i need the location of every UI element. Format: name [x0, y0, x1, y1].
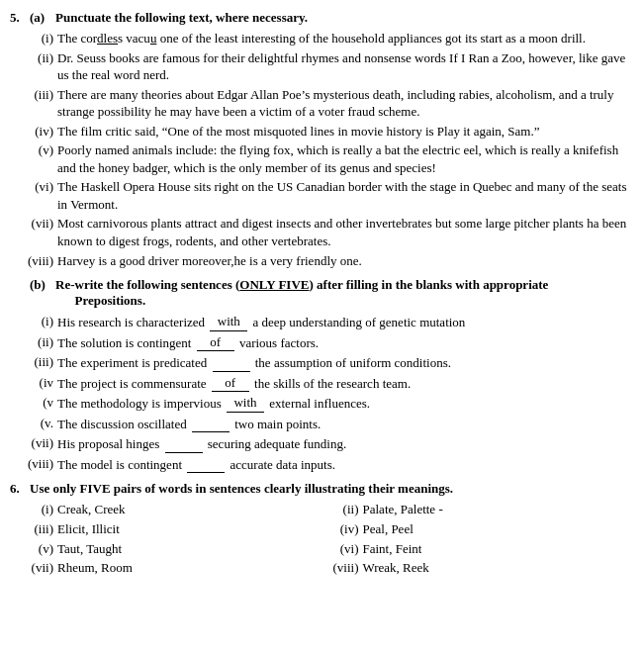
item-num-i: (i)	[20, 30, 53, 47]
item-5b-text-viii: The model is contingent accurate data in…	[57, 455, 630, 474]
item-6-v: (v) Taut, Taught	[20, 540, 325, 558]
blank-5b-v2[interactable]	[192, 415, 230, 433]
section-6: 6. Use only FIVE pairs of words in sente…	[10, 481, 630, 578]
item-5b-v2: (v. The discussion oscillated two main p…	[20, 415, 630, 433]
section-5a-heading: Punctuate the following text, where nece…	[55, 10, 308, 26]
section-a-label: (a)	[30, 10, 49, 26]
item-6-iii: (iii) Elicit, Illicit	[20, 520, 325, 538]
section-5b-heading: Re-write the following sentences (ONLY F…	[55, 277, 548, 309]
item-5a-iv: (iv) The film critic said, “One of the m…	[20, 123, 630, 140]
item-5a-v: (v) Poorly named animals include: the fl…	[20, 141, 630, 176]
item-6-num-ii: (ii)	[325, 501, 359, 518]
item-6-vii: (vii) Rheum, Room	[20, 559, 325, 577]
item-6-text-v: Taut, Taught	[57, 540, 325, 558]
item-6-text-vii: Rheum, Room	[57, 559, 325, 577]
item-5a-iii: (iii) There are many theories about Edga…	[20, 86, 630, 121]
item-6-num-iii: (iii)	[20, 520, 53, 538]
item-text-i: The cordless vacuu one of the least inte…	[57, 30, 630, 47]
item-5b-num-viii: (viii)	[20, 455, 53, 474]
blank-5b-viii[interactable]	[187, 455, 225, 474]
item-6-num-v: (v)	[20, 540, 53, 558]
blank-5b-i[interactable]: with	[210, 313, 247, 331]
section-6-num: 6.	[10, 481, 24, 497]
item-5a-viii: (viii) Harvey is a good driver moreover,…	[20, 252, 630, 270]
item-5b-text-ii: The solution is contingent of various fa…	[57, 333, 630, 352]
item-num-ii: (ii)	[20, 49, 53, 84]
item-text-vi: The Haskell Opera House sits right on th…	[57, 178, 630, 213]
item-num-iii: (iii)	[20, 86, 53, 121]
item-text-v: Poorly named animals include: the flying…	[57, 141, 630, 176]
item-5b-text-i: His research is characterized with a dee…	[57, 313, 630, 331]
item-5b-iii: (iii) The experiment is predicated the a…	[20, 353, 630, 372]
item-6-num-i: (i)	[20, 501, 53, 518]
item-5b-num-iii: (iii)	[20, 353, 53, 372]
exam-page: 5. (a) Punctuate the following text, whe…	[10, 10, 630, 579]
item-6-i: (i) Creak, Creek	[20, 501, 325, 518]
item-5b-num-v2: (v.	[20, 415, 53, 433]
item-5a-ii: (ii) Dr. Seuss books are famous for thei…	[20, 49, 630, 84]
item-5b-viii: (viii) The model is contingent accurate …	[20, 455, 630, 474]
item-text-ii: Dr. Seuss books are famous for their del…	[57, 49, 630, 84]
item-num-iv: (iv)	[20, 123, 53, 140]
section-6-columns: (i) Creak, Creek (iii) Elicit, Illicit (…	[20, 501, 630, 578]
section-5-num: 5.	[10, 10, 24, 26]
blank-5b-iii[interactable]	[213, 353, 250, 372]
item-text-viii: Harvey is a good driver moreover,he is a…	[57, 252, 630, 270]
item-5b-num-vii: (vii)	[20, 434, 53, 453]
section-5a: 5. (a) Punctuate the following text, whe…	[10, 10, 630, 269]
item-text-iii: There are many theories about Edgar Alla…	[57, 86, 630, 121]
item-6-text-i: Creak, Creek	[57, 501, 325, 518]
item-5b-num-ii: (ii)	[20, 333, 53, 352]
item-num-vi: (vi)	[20, 178, 53, 213]
item-5b-i: (i) His research is characterized with a…	[20, 313, 630, 331]
item-5b-num-v: (v	[20, 394, 53, 413]
section-5b-num	[10, 277, 24, 309]
section-5a-items: (i) The cordless vacuu one of the least …	[20, 30, 630, 269]
item-num-vii: (vii)	[20, 215, 53, 249]
item-5b-text-v: The methodology is impervious with exter…	[57, 394, 630, 413]
blank-5b-vii[interactable]	[165, 434, 203, 453]
item-6-vi: (vi) Faint, Feint	[325, 540, 631, 558]
blank-5b-ii[interactable]: of	[197, 333, 234, 352]
item-6-num-viii: (viii)	[325, 559, 359, 577]
item-6-num-vii: (vii)	[20, 559, 53, 577]
item-6-text-iii: Elicit, Illicit	[57, 520, 325, 538]
section-6-col-right: (ii) Palate, Palette - (iv) Peal, Peel (…	[325, 501, 631, 578]
section-5b-header: (b) Re-write the following sentences (ON…	[10, 277, 630, 309]
item-6-text-ii: Palate, Palette -	[363, 501, 631, 518]
item-num-v: (v)	[20, 141, 53, 176]
section-5a-header: 5. (a) Punctuate the following text, whe…	[10, 10, 630, 26]
item-5b-num-i: (i)	[20, 313, 53, 331]
item-6-text-iv: Peal, Peel	[363, 520, 631, 538]
item-6-iv: (iv) Peal, Peel	[325, 520, 631, 538]
item-5b-v: (v The methodology is impervious with ex…	[20, 394, 630, 413]
item-text-vii: Most carnivorous plants attract and dige…	[57, 215, 630, 249]
item-6-num-vi: (vi)	[325, 540, 359, 558]
blank-5b-v[interactable]: with	[227, 394, 264, 413]
item-5a-i: (i) The cordless vacuu one of the least …	[20, 30, 630, 47]
item-num-viii: (viii)	[20, 252, 53, 270]
item-text-iv: The film critic said, “One of the most m…	[57, 123, 630, 140]
section-6-items: (i) Creak, Creek (iii) Elicit, Illicit (…	[20, 501, 630, 578]
section-6-col-left: (i) Creak, Creek (iii) Elicit, Illicit (…	[20, 501, 325, 578]
item-5b-text-v2: The discussion oscillated two main point…	[57, 415, 630, 433]
item-6-text-viii: Wreak, Reek	[363, 559, 631, 577]
section-6-heading: Use only FIVE pairs of words in sentence…	[30, 481, 453, 497]
section-6-header: 6. Use only FIVE pairs of words in sente…	[10, 481, 630, 497]
item-5b-iv: (iv The project is commensurate of the s…	[20, 374, 630, 393]
item-5b-vii: (vii) His proposal hinges securing adequ…	[20, 434, 630, 453]
item-5b-text-iv: The project is commensurate of the skill…	[57, 374, 630, 393]
item-5b-text-iii: The experiment is predicated the assumpt…	[57, 353, 630, 372]
section-5b-items: (i) His research is characterized with a…	[20, 313, 630, 473]
item-5a-vii: (vii) Most carnivorous plants attract an…	[20, 215, 630, 249]
blank-5b-iv[interactable]: of	[212, 374, 249, 393]
item-6-viii: (viii) Wreak, Reek	[325, 559, 631, 577]
item-5b-ii: (ii) The solution is contingent of vario…	[20, 333, 630, 352]
item-5a-vi: (vi) The Haskell Opera House sits right …	[20, 178, 630, 213]
section-5b: (b) Re-write the following sentences (ON…	[10, 277, 630, 473]
item-6-ii: (ii) Palate, Palette -	[325, 501, 631, 518]
item-5b-text-vii: His proposal hinges securing adequate fu…	[57, 434, 630, 453]
section-b-label: (b)	[30, 277, 49, 309]
item-5b-num-iv: (iv	[20, 374, 53, 393]
item-6-text-vi: Faint, Feint	[363, 540, 631, 558]
